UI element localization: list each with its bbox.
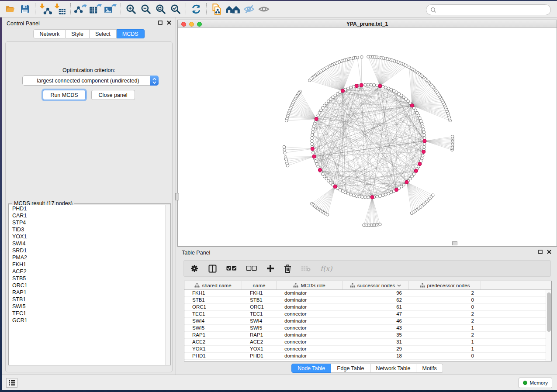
mcds-result-item[interactable]: STB1 — [9, 296, 170, 303]
mcds-result-item[interactable]: YOX1 — [9, 233, 170, 240]
network-node[interactable] — [283, 145, 286, 148]
network-node[interactable] — [313, 122, 316, 125]
zoom-out-button[interactable] — [138, 2, 153, 16]
mcds-result-item[interactable]: SRD1 — [9, 247, 170, 254]
export-image-button[interactable] — [103, 2, 118, 16]
mcds-node[interactable] — [311, 147, 314, 151]
network-node[interactable] — [384, 86, 387, 89]
network-node[interactable] — [312, 128, 315, 131]
network-node[interactable] — [402, 183, 405, 186]
network-node[interactable] — [420, 122, 423, 125]
network-node[interactable] — [314, 160, 317, 163]
close-panel-icon[interactable] — [167, 21, 171, 25]
tab-select[interactable]: Select — [90, 29, 117, 38]
network-node[interactable] — [370, 83, 373, 86]
network-node[interactable] — [387, 192, 390, 195]
network-node[interactable] — [387, 87, 390, 90]
search-box[interactable] — [426, 4, 551, 15]
mcds-node[interactable] — [318, 168, 322, 172]
mcds-result-item[interactable]: FKH1 — [9, 261, 170, 268]
table-row[interactable]: ACE2ACE2connector311 — [184, 339, 551, 346]
float-panel-icon[interactable] — [538, 250, 543, 254]
refresh-button[interactable] — [189, 2, 204, 16]
network-node[interactable] — [311, 142, 314, 145]
sort-desc-icon[interactable] — [397, 284, 401, 287]
mcds-result-item[interactable]: PHD1 — [9, 205, 170, 212]
network-node[interactable] — [283, 148, 286, 151]
network-window-titlebar[interactable]: YPA_prune.txt_1 — [178, 20, 557, 28]
tab-edge-table[interactable]: Edge Table — [331, 364, 370, 373]
memory-button[interactable]: Memory — [519, 378, 552, 388]
network-node[interactable] — [361, 196, 364, 199]
network-node[interactable] — [367, 55, 370, 58]
vertical-splitter-grip[interactable] — [175, 193, 179, 200]
zoom-fit-button[interactable] — [153, 2, 168, 16]
mcds-result-item[interactable]: SWI5 — [9, 303, 170, 310]
column-header-MCDS-role[interactable]: MCDS role — [277, 281, 343, 289]
column-header-successor-nodes[interactable]: successor nodes — [343, 281, 409, 289]
network-node[interactable] — [312, 125, 315, 128]
mcds-node[interactable] — [410, 104, 414, 107]
select-all-button[interactable] — [226, 263, 237, 274]
search-input[interactable] — [436, 6, 550, 14]
show-all-button[interactable] — [256, 2, 271, 16]
table-row[interactable]: TEC1TEC1connector472 — [184, 311, 551, 318]
float-panel-icon[interactable] — [158, 21, 163, 25]
mcds-result-item[interactable]: STB5 — [9, 275, 170, 282]
save-session-button[interactable] — [17, 2, 32, 16]
network-node[interactable] — [285, 119, 288, 122]
network-node[interactable] — [423, 134, 426, 137]
network-node[interactable] — [344, 191, 347, 194]
table-scrollbar-thumb[interactable] — [547, 292, 551, 332]
mcds-result-item[interactable]: PMA2 — [9, 254, 170, 261]
add-column-button[interactable] — [266, 263, 274, 274]
network-node[interactable] — [346, 192, 349, 195]
mcds-list-scrollbar[interactable] — [165, 205, 170, 365]
network-canvas[interactable] — [178, 28, 557, 246]
table-row[interactable]: SWI5SWI5connector431 — [184, 325, 551, 332]
run-mcds-button[interactable]: Run MCDS — [43, 90, 85, 100]
mcds-node[interactable] — [341, 89, 344, 93]
horizontal-splitter-grip[interactable] — [452, 241, 457, 245]
open-file-button[interactable] — [3, 2, 17, 16]
mcds-node[interactable] — [395, 188, 398, 192]
duplicate-network-button[interactable] — [209, 2, 224, 16]
network-node[interactable] — [390, 191, 393, 194]
mcds-node[interactable] — [378, 84, 382, 88]
mcds-node[interactable] — [355, 84, 358, 88]
mcds-node[interactable] — [405, 180, 408, 184]
mcds-node[interactable] — [315, 117, 318, 121]
network-node[interactable] — [364, 83, 367, 86]
hide-selected-button[interactable] — [242, 2, 256, 16]
import-table-button[interactable] — [53, 2, 68, 16]
network-node[interactable] — [360, 55, 363, 58]
delete-column-button[interactable] — [284, 263, 291, 274]
tab-motifs[interactable]: Motifs — [416, 364, 443, 373]
show-column-button[interactable] — [208, 263, 217, 274]
network-node[interactable] — [390, 88, 393, 91]
mcds-node[interactable] — [414, 169, 418, 172]
mcds-result-item[interactable]: ORC1 — [9, 282, 170, 289]
network-node[interactable] — [367, 196, 370, 199]
network-node[interactable] — [379, 195, 382, 198]
first-neighbors-button[interactable] — [224, 2, 242, 16]
network-node[interactable] — [346, 87, 349, 90]
mcds-result-item[interactable]: TID3 — [9, 226, 170, 233]
network-node[interactable] — [376, 195, 379, 198]
zoom-selected-button[interactable] — [168, 2, 183, 16]
table-row[interactable]: YOX1YOX1connector291 — [184, 346, 551, 353]
mcds-node[interactable] — [312, 155, 316, 158]
network-node[interactable] — [284, 151, 287, 155]
network-node[interactable] — [311, 140, 314, 143]
network-node[interactable] — [364, 196, 367, 199]
network-node[interactable] — [352, 194, 355, 197]
network-node[interactable] — [326, 213, 329, 217]
network-node[interactable] — [311, 134, 314, 137]
network-node[interactable] — [421, 125, 424, 128]
network-node[interactable] — [312, 151, 315, 155]
mcds-node[interactable] — [360, 83, 363, 87]
network-node[interactable] — [311, 131, 314, 134]
tab-network[interactable]: Network — [33, 29, 66, 38]
mcds-result-item[interactable]: CAR1 — [9, 212, 170, 219]
table-scrollbar[interactable] — [546, 290, 551, 361]
